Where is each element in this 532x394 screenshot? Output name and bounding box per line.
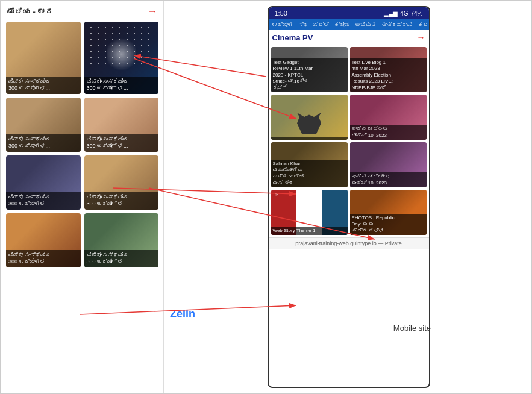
mobile-status-icons: ▂▄▆ 4G 74% (384, 10, 422, 17)
nav-item-7[interactable]: ಕಲ (418, 22, 429, 28)
left-card-8[interactable]: ವಿಪ್ರೋ ಸಂಸ್ಥೆಯಿಂದ300 ಉದ್ಯೋಗಳ... (84, 213, 159, 267)
left-card-7-label: ವಿಪ್ರೋ ಸಂಸ್ಥೆಯಿಂದ300 ಉದ್ಯೋಗಳ... (6, 250, 81, 267)
left-card-5-label: ವಿಪ್ರೋ ಸಂಸ್ಥೆಯಿಂದ300 ಉದ್ಯೋಗಳ... (6, 192, 81, 210)
mobile-site-label: Mobile site (393, 324, 431, 333)
nav-item-3[interactable]: ಜಿಲ್ಲೆ (313, 22, 330, 28)
signal-icon: ▂▄▆ (384, 10, 398, 17)
mobile-card-1[interactable]: Test GadgetReview 1 11th Mar2023 - KPTCL… (271, 47, 348, 92)
nav-item-2[interactable]: ಸ್ಥ (298, 22, 308, 28)
mobile-card-2-label: Test Live Blog 14th Mar 2023Assembly Ele… (350, 58, 427, 92)
battery-icon: 74% (410, 10, 422, 17)
main-container: ಮಿಲಿಯ - ಉರ → ವಿಪ್ರೋ ಸಂಸ್ಥೆಯಿಂದ300 ಉದ್ಯೋಗ… (0, 0, 532, 394)
mobile-card-2[interactable]: Test Live Blog 14th Mar 2023Assembly Ele… (350, 47, 427, 92)
left-card-4-label: ವಿಪ್ರೋ ಸಂಸ್ಥೆಯಿಂದ300 ಉದ್ಯೋಗಳ... (84, 134, 159, 152)
left-row-3: ವಿಪ್ರೋ ಸಂಸ್ಥೆಯಿಂದ300 ಉದ್ಯೋಗಳ... ವಿಪ್ರೋ ಸ… (6, 155, 158, 210)
nav-item-1[interactable]: ಉದ್ಯೋಗ (272, 22, 293, 28)
left-card-3-label: ವಿಪ್ರೋ ಸಂಸ್ಥೆಯಿಂದ300 ಉದ್ಯೋಗಳ... (6, 134, 81, 152)
mobile-card-7[interactable]: 🏳 Web Story Theme 1 (271, 190, 348, 235)
zelin-label: Zelin (170, 308, 195, 321)
mobile-card-1-label: Test GadgetReview 1 11th Mar2023 - KPTCL… (271, 58, 348, 92)
left-row-4: ವಿಪ್ರೋ ಸಂಸ್ಥೆಯಿಂದ300 ಉದ್ಯೋಗಳ... ವಿಪ್ರೋ ಸ… (6, 213, 158, 267)
left-grid-wrapper: ವಿಪ್ರೋ ಸಂಸ್ಥೆಯಿಂದ300 ಉದ್ಯೋಗಳ... ವಿಪ್ರೋ ಸ… (6, 22, 158, 267)
mobile-card-4-label: ಇಂದಿನ ಚಲ್ಲಾಟ:ಮಾರ್ಚ್ 10, 2023 (350, 125, 427, 140)
left-panel: ಮಿಲಿಯ - ಉರ → ವಿಪ್ರೋ ಸಂಸ್ಥೆಯಿಂದ300 ಉದ್ಯೋಗ… (1, 1, 164, 393)
mobile-section-arrow-icon[interactable]: → (417, 33, 425, 42)
mobile-time: 1:50 (275, 10, 287, 17)
mobile-section-title: Cinema PV (272, 33, 313, 42)
left-panel-header: ಮಿಲಿಯ - ಉರ → (6, 6, 158, 17)
left-card-4[interactable]: ವಿಪ್ರೋ ಸಂಸ್ಥೆಯಿಂದ300 ಉದ್ಯೋಗಳ... (84, 98, 159, 152)
middle-area: Zelin (164, 1, 260, 393)
mobile-card-4[interactable]: ಇಂದಿನ ಚಲ್ಲಾಟ:ಮಾರ್ಚ್ 10, 2023 (350, 95, 427, 140)
mobile-card-6[interactable]: ಇಂದಿನ ಚಲ್ಲಾಟ:ಮಾರ್ಚ್ 10, 2023 (350, 142, 427, 187)
nav-item-4[interactable]: ಕ್ರೀಡೆ (334, 22, 350, 28)
left-card-6[interactable]: ವಿಪ್ರೋ ಸಂಸ್ಥೆಯಿಂದ300 ಉದ್ಯೋಗಳ... (84, 155, 159, 210)
left-panel-arrow-icon[interactable]: → (148, 6, 157, 17)
mobile-status-bar: 1:50 ▂▄▆ 4G 74% (269, 7, 429, 19)
mobile-card-3[interactable] (271, 95, 348, 140)
left-card-8-label: ವಿಪ್ರೋ ಸಂಸ್ಥೆಯಿಂದ300 ಉದ್ಯೋಗಳ... (84, 250, 159, 267)
mobile-card-8-label: PHOTOS | RepublicDay: ಮ ಮಸ್ಕ್ರ ಕಳ್ಳಿ (350, 214, 427, 235)
nav-item-5[interactable]: ಅಭಿಮತ (355, 22, 377, 28)
mobile-card-5[interactable]: Salman Khan:ಮದುವೆಯಾಗೆಲುಒತ್ತ ಖಲ್ಜಾಮಾಸ್ ತೆ… (271, 142, 348, 187)
right-panel: 1:50 ▂▄▆ 4G 74% ಉದ್ಯೋಗ ಸ್ಥ ಜಿಲ್ಲೆ ಕ್ರೀಡೆ… (260, 1, 437, 393)
left-panel-title: ಮಿಲಿಯ - ಉರ (7, 7, 54, 16)
mobile-nav[interactable]: ಉದ್ಯೋಗ ಸ್ಥ ಜಿಲ್ಲೆ ಕ್ರೀಡೆ ಅಭಿಮತ ತಂತ್ರಜ್ಞಾ… (269, 19, 429, 30)
mobile-card-5-label: Salman Khan:ಮದುವೆಯಾಗೆಲುಒತ್ತ ಖಲ್ಜಾಮಾಸ್ ತೆ… (271, 160, 348, 187)
mobile-section-header: Cinema PV → (269, 30, 429, 45)
left-card-2[interactable]: ವಿಪ್ರೋ ಸಂಸ್ಥೆಯಿಂದ300 ಉದ್ಯೋಗಳ... (84, 22, 159, 94)
mobile-card-3-label (271, 137, 348, 140)
left-card-1[interactable]: ವಿಪ್ರೋ ಸಂಸ್ಥೆಯಿಂದ300 ಉದ್ಯೋಗಳ... (6, 22, 81, 94)
nav-item-6[interactable]: ತಂತ್ರಜ್ಞಾನ (381, 22, 413, 28)
left-row-1: ವಿಪ್ರೋ ಸಂಸ್ಥೆಯಿಂದ300 ಉದ್ಯೋಗಳ... ವಿಪ್ರೋ ಸ… (6, 22, 158, 94)
mobile-card-7-label: Web Story Theme 1 (271, 227, 348, 235)
left-card-5[interactable]: ವಿಪ್ರೋ ಸಂಸ್ಥೆಯಿಂದ300 ಉದ್ಯೋಗಳ... (6, 155, 81, 210)
left-card-1-label: ವಿಪ್ರೋ ಸಂಸ್ಥೆಯಿಂದ300 ಉದ್ಯೋಗಳ... (6, 77, 81, 94)
left-card-2-label: ವಿಪ್ರೋ ಸಂಸ್ಥೆಯಿಂದ300 ಉದ್ಯೋಗಳ... (84, 77, 159, 94)
mobile-card-8[interactable]: PHOTOS | RepublicDay: ಮ ಮಸ್ಕ್ರ ಕಳ್ಳಿ (350, 190, 427, 235)
mobile-cards-grid: Test GadgetReview 1 11th Mar2023 - KPTCL… (269, 45, 429, 237)
network-icon: 4G (400, 10, 408, 17)
left-card-3[interactable]: ವಿಪ್ರೋ ಸಂಸ್ಥೆಯಿಂದ300 ಉದ್ಯೋಗಳ... (6, 98, 81, 152)
left-card-6-label: ವಿಪ್ರೋ ಸಂಸ್ಥೆಯಿಂದ300 ಉದ್ಯೋಗಳ... (84, 192, 159, 210)
left-card-7[interactable]: ವಿಪ್ರೋ ಸಂಸ್ಥೆಯಿಂದ300 ಉದ್ಯೋಗಳ... (6, 213, 81, 267)
mobile-bottom-url: prajavani-training-web.quintype.io — Pri… (269, 237, 429, 249)
mobile-card-6-label: ಇಂದಿನ ಚಲ್ಲಾಟ:ಮಾರ್ಚ್ 10, 2023 (350, 172, 427, 187)
left-row-2: ವಿಪ್ರೋ ಸಂಸ್ಥೆಯಿಂದ300 ಉದ್ಯೋಗಳ... ವಿಪ್ರೋ ಸ… (6, 98, 158, 152)
